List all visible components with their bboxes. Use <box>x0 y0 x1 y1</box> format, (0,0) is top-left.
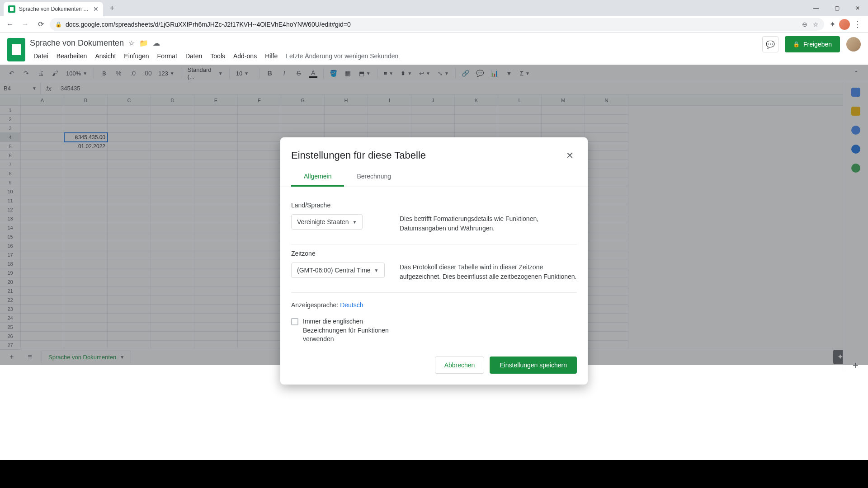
cloud-icon[interactable]: ☁ <box>153 39 160 47</box>
timezone-description: Das Protokoll dieser Tabelle wird in die… <box>400 250 577 282</box>
tab-allgemein[interactable]: Allgemein <box>291 167 344 187</box>
move-icon[interactable]: 📁 <box>139 39 148 47</box>
tab-title: Sprache von Dokumenten - Goo <box>19 6 90 12</box>
browser-tab-strip: Sprache von Dokumenten - Goo ✕ + — ▢ ✕ <box>0 0 868 16</box>
locale-label: Land/Sprache <box>291 202 386 209</box>
settings-dialog: Einstellungen für diese Tabelle ✕ Allgem… <box>280 137 588 385</box>
last-edit-link[interactable]: Letzte Änderung vor wenigen Sekunden <box>286 52 398 60</box>
zoom-icon[interactable]: ⊖ <box>802 21 807 28</box>
lock-icon: 🔒 <box>55 21 62 28</box>
extensions-icon[interactable]: ✦ <box>830 20 835 28</box>
dialog-title: Einstellungen für diese Tabelle <box>291 150 562 161</box>
url-text: docs.google.com/spreadsheets/d/1jGRuXXfP… <box>66 21 351 28</box>
english-functions-checkbox[interactable] <box>291 318 298 325</box>
maximize-button[interactable]: ▢ <box>826 1 847 15</box>
new-tab-button[interactable]: + <box>106 2 118 14</box>
close-window-button[interactable]: ✕ <box>847 1 868 15</box>
menu-format[interactable]: Format <box>154 51 181 61</box>
document-title[interactable]: Sprache von Dokumenten <box>30 38 124 48</box>
timezone-select[interactable]: (GMT-06:00) Central Time▼ <box>291 263 385 278</box>
reload-button[interactable]: ⟳ <box>34 18 47 31</box>
display-language: Anzeigesprache: Deutsch <box>291 301 363 309</box>
menu-einfuegen[interactable]: Einfügen <box>120 51 152 61</box>
browser-tab[interactable]: Sprache von Dokumenten - Goo ✕ <box>4 2 103 16</box>
share-button[interactable]: 🔒 Freigeben <box>785 36 840 52</box>
comments-button[interactable]: 💬 <box>762 36 778 52</box>
sheets-logo[interactable] <box>7 38 25 61</box>
menu-hilfe[interactable]: Hilfe <box>261 51 281 61</box>
save-settings-button[interactable]: Einstellungen speichern <box>490 357 577 374</box>
address-bar[interactable]: 🔒 docs.google.com/spreadsheets/d/1jGRuXX… <box>50 18 824 31</box>
tab-close-icon[interactable]: ✕ <box>93 5 99 13</box>
lock-icon: 🔒 <box>793 41 800 47</box>
browser-toolbar: ← → ⟳ 🔒 docs.google.com/spreadsheets/d/1… <box>0 16 868 33</box>
modal-overlay: Einstellungen für diese Tabelle ✕ Allgem… <box>0 65 868 365</box>
menu-bearbeiten[interactable]: Bearbeiten <box>53 51 91 61</box>
english-functions-label: Immer die englischen Bezeichnungen für F… <box>303 317 395 344</box>
minimize-button[interactable]: — <box>806 1 826 15</box>
menu-datei[interactable]: Datei <box>30 51 52 61</box>
back-button[interactable]: ← <box>4 18 16 31</box>
browser-menu-icon[interactable]: ⋮ <box>854 19 862 29</box>
menu-tools[interactable]: Tools <box>207 51 229 61</box>
share-label: Freigeben <box>803 41 832 48</box>
sheets-header: Sprache von Dokumenten ☆ 📁 ☁ Datei Bearb… <box>0 33 868 62</box>
menu-addons[interactable]: Add-ons <box>230 51 260 61</box>
tab-berechnung[interactable]: Berechnung <box>344 167 404 187</box>
bottom-black-bar <box>0 460 868 488</box>
star-icon[interactable]: ☆ <box>128 39 135 47</box>
forward-button[interactable]: → <box>19 18 32 31</box>
profile-avatar[interactable] <box>839 19 850 30</box>
cancel-button[interactable]: Abbrechen <box>435 357 485 374</box>
menubar: Datei Bearbeiten Ansicht Einfügen Format… <box>30 50 758 62</box>
locale-description: Dies betrifft Formatierungsdetails wie F… <box>400 202 577 233</box>
menu-ansicht[interactable]: Ansicht <box>91 51 119 61</box>
dialog-close-button[interactable]: ✕ <box>562 148 577 163</box>
timezone-label: Zeitzone <box>291 250 386 257</box>
window-controls: — ▢ ✕ <box>806 1 868 15</box>
account-avatar[interactable] <box>846 37 861 52</box>
locale-select[interactable]: Vereinigte Staaten▼ <box>291 214 363 230</box>
bookmark-icon[interactable]: ☆ <box>813 21 819 28</box>
display-language-link[interactable]: Deutsch <box>340 301 363 309</box>
sheets-favicon <box>8 5 15 13</box>
menu-daten[interactable]: Daten <box>182 51 206 61</box>
